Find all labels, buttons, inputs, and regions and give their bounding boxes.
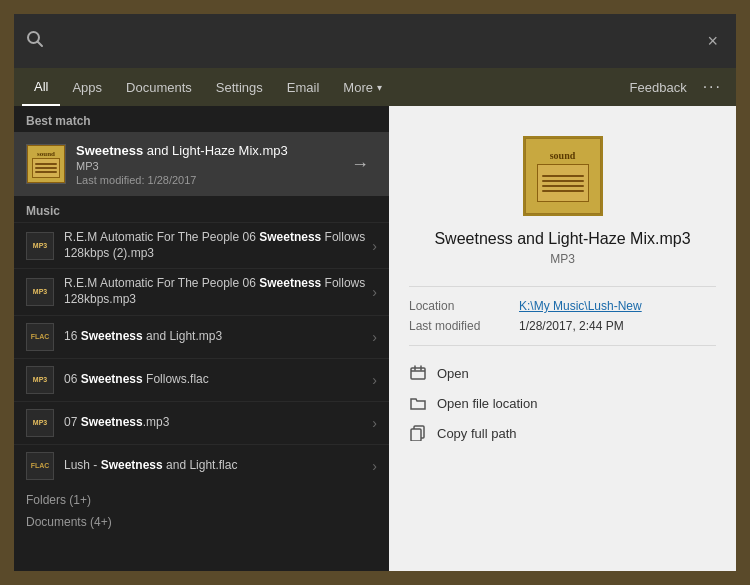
chevron-right-icon: ›	[372, 238, 377, 254]
chevron-down-icon: ▾	[377, 82, 382, 93]
mp3-icon: MP3	[26, 278, 54, 306]
list-item[interactable]: MP3 R.E.M Automatic For The People 06 Sw…	[14, 268, 389, 314]
svg-rect-2	[411, 368, 425, 379]
detail-title: Sweetness and Light-Haze Mix.mp3	[434, 230, 690, 248]
svg-rect-4	[411, 429, 421, 441]
more-options-button[interactable]: ···	[697, 78, 728, 96]
open-icon	[409, 364, 427, 382]
list-item[interactable]: MP3 R.E.M Automatic For The People 06 Sw…	[14, 222, 389, 268]
documents-section[interactable]: Documents (4+)	[14, 509, 389, 531]
chevron-right-icon: ›	[372, 458, 377, 474]
copy-icon	[409, 424, 427, 442]
divider	[409, 286, 716, 287]
location-label: Location	[409, 299, 519, 313]
music-item-4-text: 06 Sweetness Follows.flac	[64, 372, 372, 388]
search-input[interactable]: sweetness	[54, 31, 701, 52]
svg-line-1	[38, 42, 43, 47]
best-match-subtitle: MP3	[76, 160, 343, 172]
detail-thumbnail: sound	[523, 136, 603, 216]
music-item-3-text: 16 Sweetness and Light.mp3	[64, 329, 372, 345]
open-file-location-action[interactable]: Open file location	[409, 392, 716, 414]
modified-value: 1/28/2017, 2:44 PM	[519, 319, 624, 333]
open-action[interactable]: Open	[409, 362, 716, 384]
open-file-location-label: Open file location	[437, 396, 537, 411]
modified-label: Last modified	[409, 319, 519, 333]
main-content: Best match sound Sweetness and Light-	[14, 106, 736, 571]
folder-icon	[409, 394, 427, 412]
tab-more[interactable]: More ▾	[331, 68, 394, 106]
copy-path-action[interactable]: Copy full path	[409, 422, 716, 444]
list-item[interactable]: MP3 07 Sweetness.mp3 ›	[14, 401, 389, 444]
music-item-6-text: Lush - Sweetness and Light.flac	[64, 458, 372, 474]
list-item[interactable]: FLAC 16 Sweetness and Light.mp3 ›	[14, 315, 389, 358]
search-panel: sweetness × All Apps Documents Settings …	[14, 14, 736, 571]
copy-path-label: Copy full path	[437, 426, 517, 441]
mp3-icon: MP3	[26, 366, 54, 394]
modified-row: Last modified 1/28/2017, 2:44 PM	[409, 319, 716, 333]
location-row: Location K:\My Music\Lush-New	[409, 299, 716, 313]
search-bar: sweetness ×	[14, 14, 736, 68]
search-clear-button[interactable]: ×	[701, 27, 724, 56]
open-label: Open	[437, 366, 469, 381]
flac-icon: FLAC	[26, 323, 54, 351]
best-match-text: Sweetness and Light-Haze Mix.mp3 MP3 Las…	[76, 142, 343, 186]
music-section-label: Music	[14, 196, 389, 222]
mp3-icon: MP3	[26, 409, 54, 437]
chevron-right-icon: ›	[372, 415, 377, 431]
mp3-icon: MP3	[26, 232, 54, 260]
music-item-2-text: R.E.M Automatic For The People 06 Sweetn…	[64, 276, 372, 307]
best-match-icon: sound	[26, 144, 66, 184]
tab-settings[interactable]: Settings	[204, 68, 275, 106]
feedback-button[interactable]: Feedback	[620, 80, 697, 95]
detail-actions: Open Open file location	[409, 362, 716, 444]
divider	[409, 345, 716, 346]
best-match-arrow[interactable]: →	[343, 150, 377, 179]
tab-email[interactable]: Email	[275, 68, 332, 106]
filter-bar: All Apps Documents Settings Email More ▾…	[14, 68, 736, 106]
best-match-item[interactable]: sound Sweetness and Light-Haze Mix.mp3 M…	[14, 132, 389, 196]
music-item-5-text: 07 Sweetness.mp3	[64, 415, 372, 431]
best-match-label: Best match	[14, 106, 389, 132]
chevron-right-icon: ›	[372, 329, 377, 345]
detail-info: Location K:\My Music\Lush-New Last modif…	[409, 299, 716, 333]
list-item[interactable]: MP3 06 Sweetness Follows.flac ›	[14, 358, 389, 401]
music-item-1-text: R.E.M Automatic For The People 06 Sweetn…	[64, 230, 372, 261]
best-match-title: Sweetness and Light-Haze Mix.mp3	[76, 142, 343, 160]
tab-all[interactable]: All	[22, 68, 60, 106]
detail-type: MP3	[550, 252, 575, 266]
list-item[interactable]: FLAC Lush - Sweetness and Light.flac ›	[14, 444, 389, 487]
folders-section[interactable]: Folders (1+)	[14, 487, 389, 509]
tab-documents[interactable]: Documents	[114, 68, 204, 106]
left-panel: Best match sound Sweetness and Light-	[14, 106, 389, 571]
tab-apps[interactable]: Apps	[60, 68, 114, 106]
location-value[interactable]: K:\My Music\Lush-New	[519, 299, 642, 313]
search-icon	[26, 30, 44, 52]
chevron-right-icon: ›	[372, 372, 377, 388]
detail-panel: sound Sweetness and Light-Haze Mix.mp3 M…	[389, 106, 736, 571]
flac-icon: FLAC	[26, 452, 54, 480]
chevron-right-icon: ›	[372, 284, 377, 300]
best-match-meta: Last modified: 1/28/2017	[76, 174, 343, 186]
